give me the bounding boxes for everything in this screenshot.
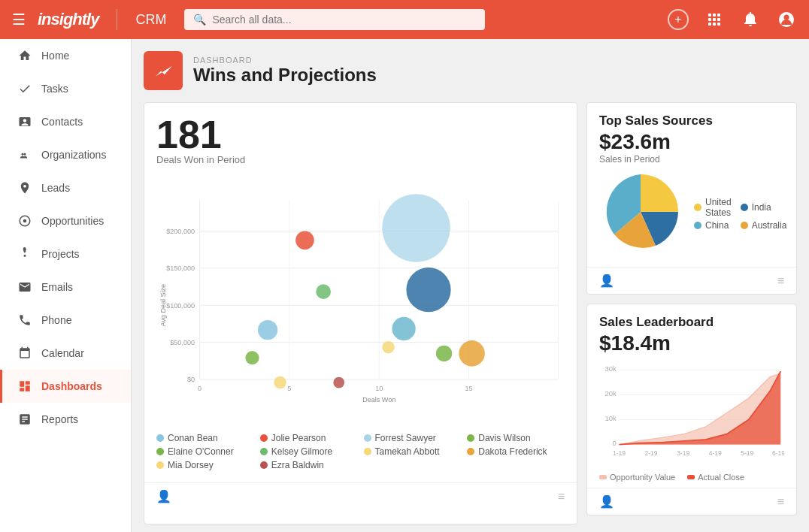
hamburger-menu[interactable]: ☰ [12, 11, 26, 29]
dashboard-title: Wins and Projections [193, 65, 377, 86]
home-icon [17, 48, 32, 63]
legend-label: Mia Dorsey [168, 460, 214, 470]
search-bar[interactable]: 🔍 [184, 9, 485, 30]
user-avatar[interactable] [776, 9, 797, 30]
legend-dot [260, 434, 268, 442]
india-dot [741, 204, 748, 211]
legend-label: Tamekah Abbott [375, 446, 440, 457]
svg-text:Avg Deal Size: Avg Deal Size [159, 284, 167, 327]
svg-text:20k: 20k [604, 389, 617, 397]
china-label: China [705, 220, 729, 231]
legend-item: Mia Dorsey [156, 460, 254, 470]
legend-dot [156, 448, 164, 455]
sidebar-label-home: Home [41, 50, 69, 62]
sidebar-label-phone: Phone [41, 314, 71, 326]
tss-sublabel: Sales in Period [599, 154, 784, 165]
pie-legend: United States India China [694, 197, 786, 231]
sidebar-item-contacts[interactable]: Contacts [0, 105, 131, 138]
sidebar-item-dashboards[interactable]: Dashboards [0, 370, 131, 403]
sidebar-label-leads: Leads [41, 182, 70, 194]
lb-card-footer: 👤 ≡ [587, 488, 796, 515]
lb-legend-opportunity: Opportunity Value [599, 473, 675, 482]
sidebar-item-leads[interactable]: Leads [0, 171, 131, 204]
sidebar-item-opportunities[interactable]: Opportunities [0, 204, 131, 237]
legend-label: Ezra Baldwin [271, 460, 324, 470]
legend-dot [364, 434, 371, 442]
pie-legend-item-australia: Australia [741, 220, 787, 231]
sidebar-item-phone[interactable]: Phone [0, 304, 131, 337]
svg-point-40 [436, 346, 452, 361]
sidebar-item-projects[interactable]: Projects [0, 237, 131, 271]
person-icon-lb[interactable]: 👤 [599, 494, 614, 509]
svg-point-12 [23, 219, 27, 223]
svg-point-34 [258, 320, 277, 340]
svg-text:$200,000: $200,000 [166, 228, 195, 235]
organizations-icon [17, 147, 32, 162]
pie-legend-item-china: China [694, 220, 732, 231]
svg-point-38 [316, 284, 331, 299]
list-icon[interactable]: ≡ [558, 490, 565, 503]
sidebar-label-organizations: Organizations [41, 149, 106, 161]
main-content: DASHBOARD Wins and Projections 181 Deals… [132, 39, 809, 532]
svg-rect-6 [708, 23, 711, 26]
lb-amount: $18.4m [599, 331, 784, 355]
scatter-card-body: 181 Deals Won in Period [144, 103, 577, 482]
india-label: India [752, 202, 771, 213]
search-input[interactable] [212, 14, 476, 26]
dashboard-header: DASHBOARD Wins and Projections [144, 51, 797, 90]
legend-label: Jolie Pearson [271, 433, 326, 443]
tss-amount: $23.6m [599, 130, 784, 154]
svg-point-10 [784, 15, 789, 20]
add-button[interactable]: + [668, 9, 689, 30]
sidebar-item-tasks[interactable]: Tasks [0, 72, 131, 105]
app-logo: insightly [38, 10, 98, 29]
actual-label: Actual Close [698, 473, 744, 482]
top-navigation: ☰ insightly CRM 🔍 + [0, 0, 809, 39]
legend-item: Ezra Baldwin [260, 460, 358, 470]
legend-dot [260, 448, 268, 455]
leaderboard-card-body: Sales Leaderboard $18.4m 30k 20k 10k 0 [587, 304, 796, 488]
app-section-label: CRM [135, 12, 166, 28]
phone-icon [17, 313, 32, 328]
legend-dot [467, 434, 474, 442]
grid-icon[interactable] [704, 9, 725, 30]
notifications-icon[interactable] [740, 9, 761, 30]
legend-item: Davis Wilson [467, 433, 565, 443]
person-icon[interactable]: 👤 [156, 489, 171, 503]
opportunities-icon [17, 213, 32, 228]
svg-text:4-19: 4-19 [709, 449, 722, 457]
pie-legend-item-us: United States [694, 197, 732, 218]
leaderboard-chart: 30k 20k 10k 0 [599, 360, 784, 468]
legend-dot [156, 461, 164, 469]
svg-rect-7 [713, 23, 716, 26]
list-icon-tss[interactable]: ≡ [777, 274, 784, 288]
nav-actions: + [668, 9, 797, 30]
sidebar-item-reports[interactable]: Reports [0, 403, 131, 436]
svg-text:2-19: 2-19 [645, 449, 658, 457]
sidebar-item-emails[interactable]: Emails [0, 271, 131, 304]
person-icon-tss[interactable]: 👤 [599, 274, 614, 288]
sidebar-label-calendar: Calendar [41, 347, 84, 359]
sidebar-item-organizations[interactable]: Organizations [0, 138, 131, 171]
scatter-chart-container: $0 $50,000 $100,000 $150,000 $200,000 0 … [156, 171, 565, 427]
svg-point-36 [382, 194, 450, 262]
svg-text:10k: 10k [604, 414, 617, 422]
projects-icon [17, 246, 32, 261]
legend-dot [156, 434, 164, 442]
svg-text:10: 10 [375, 385, 383, 392]
sidebar-item-calendar[interactable]: Calendar [0, 337, 131, 370]
svg-rect-0 [708, 14, 711, 17]
us-label: United States [705, 197, 732, 218]
svg-point-39 [382, 341, 394, 353]
nav-divider [117, 9, 117, 30]
list-icon-lb[interactable]: ≡ [777, 495, 784, 509]
legend-label: Dakota Frederick [478, 446, 547, 457]
deals-won-label: Deals Won in Period [156, 154, 565, 165]
svg-rect-2 [717, 14, 720, 17]
pie-chart [599, 171, 682, 256]
svg-rect-8 [717, 23, 720, 26]
legend-label: Forrest Sawyer [375, 433, 436, 443]
sidebar-item-home[interactable]: Home [0, 39, 131, 72]
legend-label: Kelsey Gilmore [271, 446, 332, 457]
top-sales-sources-card: Top Sales Sources $23.6m Sales in Period [586, 102, 797, 295]
